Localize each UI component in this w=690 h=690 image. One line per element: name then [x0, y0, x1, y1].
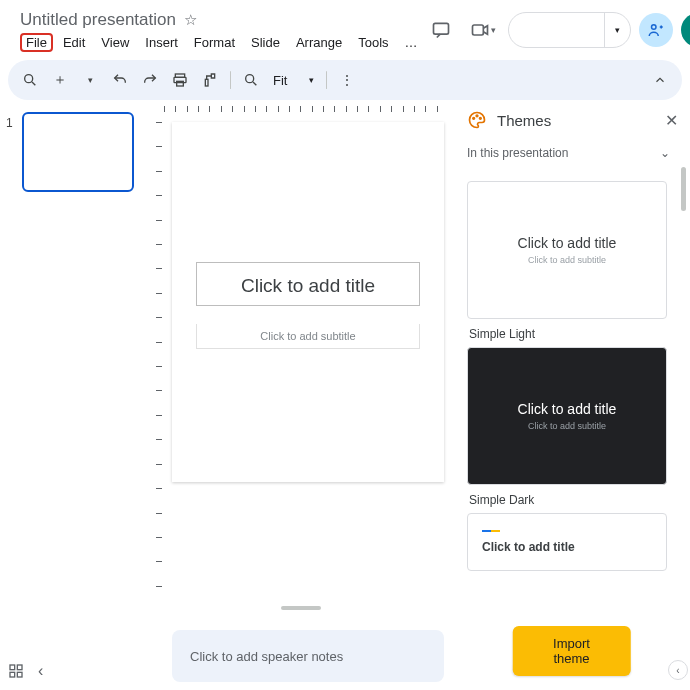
theme-simple-dark[interactable]: Click to add title Click to add subtitle [467, 347, 667, 485]
themes-panel-title: Themes [497, 112, 551, 129]
print-icon[interactable] [166, 66, 194, 94]
slide-canvas[interactable]: Click to add title Click to add subtitle [172, 122, 444, 482]
toolbar: ＋ ▾ Fit▾ ⋮ [8, 60, 682, 100]
collapse-toolbar-icon[interactable] [646, 66, 674, 94]
menu-arrange[interactable]: Arrange [290, 33, 348, 52]
theme-accent-bar [482, 530, 500, 532]
chevron-down-icon: ⌄ [660, 146, 670, 160]
editor-area: Click to add title Click to add subtitle… [150, 100, 452, 690]
theme-name: Simple Light [469, 327, 676, 341]
themes-panel: Themes ✕ In this presentation ⌄ Click to… [452, 100, 690, 690]
filmstrip: 1 [0, 100, 150, 690]
slideshow-dropdown[interactable]: ▾ [604, 13, 630, 47]
bottom-left-controls: ‹ [8, 662, 43, 680]
theme-preview-subtitle: Click to add subtitle [528, 255, 606, 265]
theme-simple-light[interactable]: Click to add title Click to add subtitle [467, 181, 667, 319]
slide-number: 1 [6, 116, 13, 130]
menu-insert[interactable]: Insert [139, 33, 184, 52]
theme-preview-title: Click to add title [518, 235, 617, 251]
side-panel-toggle[interactable]: ‹ [668, 660, 688, 680]
menu-bar: File Edit View Insert Format Slide Arran… [20, 33, 424, 52]
grid-view-icon[interactable] [8, 663, 24, 679]
slideshow-label: Slideshow [509, 12, 605, 48]
search-icon[interactable] [16, 66, 44, 94]
menu-slide[interactable]: Slide [245, 33, 286, 52]
toolbar-separator [230, 71, 231, 89]
theme-preview-title: Click to add title [518, 401, 617, 417]
themes-list: Click to add title Click to add subtitle… [453, 167, 690, 690]
theme-streamline[interactable]: Click to add title [467, 513, 667, 571]
chevron-down-icon: ▾ [309, 75, 314, 85]
theme-preview-title: Click to add title [482, 540, 575, 554]
svg-rect-4 [472, 25, 483, 35]
redo-icon[interactable] [136, 66, 164, 94]
zoom-label: Fit [273, 73, 287, 88]
slide-thumbnail[interactable] [22, 112, 134, 192]
themes-section-label: In this presentation [467, 146, 568, 160]
svg-point-12 [473, 118, 475, 120]
palette-icon [467, 110, 487, 130]
main-area: 1 Click to add title Click to add subtit… [0, 100, 690, 690]
menu-more[interactable]: … [399, 33, 424, 52]
chevron-left-icon[interactable]: ‹ [38, 662, 43, 680]
import-theme-button[interactable]: Import theme [512, 626, 631, 676]
svg-rect-17 [10, 672, 15, 677]
undo-icon[interactable] [106, 66, 134, 94]
horizontal-ruler [164, 106, 448, 118]
speaker-notes[interactable]: Click to add speaker notes [172, 630, 444, 682]
svg-rect-3 [433, 23, 448, 34]
svg-point-13 [476, 115, 478, 117]
share-button[interactable] [639, 13, 673, 47]
svg-rect-16 [17, 665, 22, 670]
title-placeholder[interactable]: Click to add title [196, 262, 420, 306]
theme-preview-subtitle: Click to add subtitle [528, 421, 606, 431]
chevron-down-icon: ▾ [615, 25, 620, 35]
new-slide-dropdown[interactable]: ▾ [76, 66, 104, 94]
svg-rect-10 [205, 79, 208, 86]
scrollbar-thumb[interactable] [681, 167, 686, 211]
themes-panel-header: Themes ✕ [453, 100, 690, 140]
more-tools-icon[interactable]: ⋮ [333, 66, 361, 94]
account-avatar[interactable]: N [681, 13, 690, 47]
menu-edit[interactable]: Edit [57, 33, 91, 52]
svg-rect-18 [17, 672, 22, 677]
svg-point-11 [246, 75, 254, 83]
header-right: ▾ Slideshow ▾ N [424, 12, 690, 48]
svg-point-6 [25, 75, 33, 83]
star-icon[interactable]: ☆ [184, 11, 197, 29]
menu-view[interactable]: View [95, 33, 135, 52]
comments-icon[interactable] [424, 13, 458, 47]
svg-point-14 [480, 118, 482, 120]
vertical-ruler [150, 122, 162, 610]
slideshow-button[interactable]: Slideshow ▾ [508, 12, 632, 48]
title-area: Untitled presentation ☆ File Edit View I… [20, 9, 424, 52]
app-header: Untitled presentation ☆ File Edit View I… [0, 0, 690, 54]
notes-resize-handle[interactable] [281, 606, 321, 610]
doc-title[interactable]: Untitled presentation [20, 10, 176, 30]
paint-format-icon[interactable] [196, 66, 224, 94]
close-icon[interactable]: ✕ [665, 111, 678, 130]
menu-format[interactable]: Format [188, 33, 241, 52]
svg-point-5 [652, 25, 657, 30]
toolbar-separator [326, 71, 327, 89]
zoom-select[interactable]: Fit▾ [267, 73, 320, 88]
menu-file[interactable]: File [20, 33, 53, 52]
subtitle-placeholder[interactable]: Click to add subtitle [196, 324, 420, 349]
new-slide-button[interactable]: ＋ [46, 66, 74, 94]
theme-name: Simple Dark [469, 493, 676, 507]
meet-icon[interactable]: ▾ [466, 13, 500, 47]
zoom-icon[interactable] [237, 66, 265, 94]
menu-tools[interactable]: Tools [352, 33, 394, 52]
themes-section-toggle[interactable]: In this presentation ⌄ [453, 140, 690, 167]
svg-rect-15 [10, 665, 15, 670]
